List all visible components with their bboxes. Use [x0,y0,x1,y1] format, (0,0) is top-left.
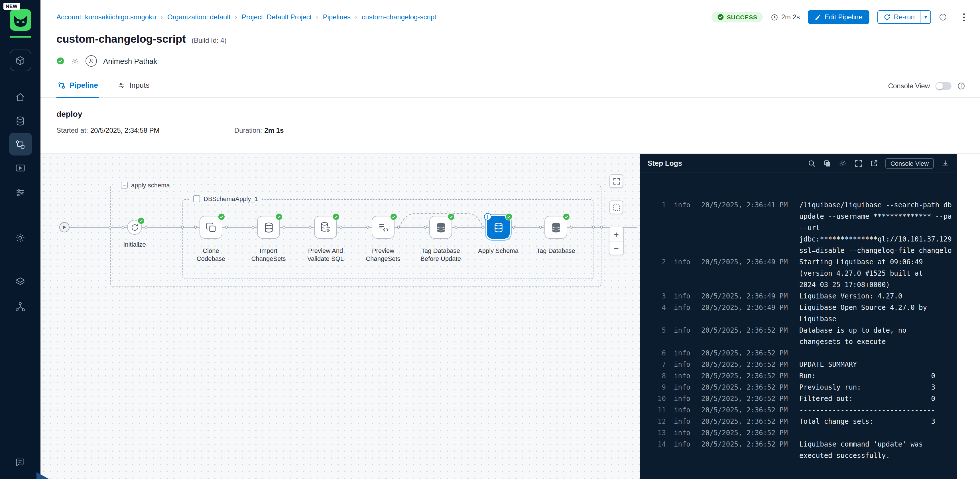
log-line-number: 9 [651,382,666,393]
start-node[interactable] [59,222,70,232]
breadcrumb-link-custom-changelog-script[interactable]: custom-changelog-script [362,13,436,21]
log-level: info [674,347,693,359]
success-check-icon [717,14,724,21]
pipeline-step-import-changesets[interactable]: Import ChangeSets [246,216,291,263]
breadcrumb-link-pipelines[interactable]: Pipelines [323,13,351,21]
gear-icon[interactable] [71,57,79,65]
log-entry: 9info20/5/2025, 2:36:52 PMPreviously run… [651,382,951,393]
clock-icon [771,13,778,21]
app-logo[interactable] [10,9,31,31]
log-external-link-icon[interactable] [870,159,878,167]
log-timestamp: 20/5/2025, 2:36:52 PM [701,439,791,450]
database-validate-icon [314,216,337,239]
connector-dot [181,226,184,229]
console-view-info-icon[interactable] [957,82,965,90]
log-level: info [674,370,693,382]
log-settings-icon[interactable] [838,159,847,167]
build-id: (Build Id: 4) [192,36,227,44]
log-level: info [674,427,693,439]
log-line-number: 1 [651,199,666,211]
breadcrumb-link-organization-default[interactable]: Organization: default [167,13,231,21]
pipeline-step-apply-schema[interactable]: iApply Schema [476,216,521,255]
clone-icon [199,216,222,239]
log-search-icon[interactable] [808,159,816,167]
success-badge [505,213,512,220]
tab-inputs[interactable]: Inputs [116,74,151,98]
pipeline-step-preview-and-validate-sql[interactable]: Preview And Validate SQL [303,216,348,263]
pipeline-step-initialize[interactable]: Initialize [116,220,153,248]
collapse-icon[interactable]: – [121,182,128,189]
rerun-button[interactable]: Re-run ▾ [877,10,931,24]
pipeline-step-clone-codebase[interactable]: Clone Codebase [188,216,234,263]
log-timestamp: 20/5/2025, 2:36:52 PM [701,427,791,439]
canvas-select-icon[interactable] [609,200,623,214]
log-message: Liquibase command 'update' wasexecuted s… [799,439,951,462]
changeset-list-icon [372,216,395,239]
connector-dot [252,226,255,229]
refresh-icon [884,14,891,21]
breadcrumb-link-account-kurosakiichigo-songoku[interactable]: Account: kurosakiichigo.songoku [56,13,156,21]
connectors-icon[interactable] [9,295,32,318]
play-icon [62,225,67,230]
collapse-icon[interactable]: – [193,195,200,202]
log-level: info [674,302,693,313]
pipelines-icon[interactable] [9,133,32,155]
zoom-in-button[interactable]: + [609,227,623,241]
success-badge [137,217,145,224]
sliders-icon[interactable] [9,181,32,204]
log-level: info [674,199,693,211]
console-view-toggle[interactable] [935,82,951,90]
layers-icon[interactable] [9,270,32,293]
step-label: Tag Database [536,247,575,255]
connector-dot [309,226,312,229]
zoom-out-button[interactable]: − [609,241,623,255]
breadcrumb-link-project-default-project[interactable]: Project: Default Project [242,13,312,21]
log-level: info [674,256,693,268]
help-chat-icon[interactable] [9,450,32,473]
log-entry: 7info20/5/2025, 2:36:52 PMUPDATE SUMMARY [651,359,951,370]
success-badge [275,213,283,220]
log-line-number: 3 [651,290,666,302]
log-message: Previously run: 3 [799,382,951,393]
settings-gear-icon[interactable] [9,226,32,249]
pipeline-step-preview-changesets[interactable]: Preview ChangeSets [360,216,406,263]
module-cube-icon[interactable] [10,49,31,71]
log-message [799,347,951,359]
log-fullscreen-icon[interactable] [854,159,862,167]
step-label: Initialize [123,240,146,248]
log-entry: 4info20/5/2025, 2:36:49 PMLiquibase Open… [651,302,951,325]
log-message: Liquibase Version: 4.27.0 [799,290,951,302]
tab-pipeline[interactable]: Pipeline [56,74,99,98]
pipeline-step-tag-database-before-update[interactable]: Tag Database Before Update [418,216,463,263]
pipeline-step-tag-database[interactable]: Tag Database [533,216,579,255]
home-icon[interactable] [9,86,32,108]
toggle-knob [936,82,943,89]
log-timestamp: 20/5/2025, 2:36:52 PM [701,370,791,382]
log-copy-icon[interactable] [823,159,831,167]
rerun-dropdown-caret[interactable]: ▾ [920,11,931,23]
log-level: info [674,359,693,370]
success-badge [390,213,397,220]
pipeline-graph-canvas[interactable]: – apply schema – DBSchemaApply_1 In [40,154,640,479]
log-timestamp: 20/5/2025, 2:36:49 PM [701,256,791,268]
elapsed-time: 2m 2s [771,13,800,21]
stage-name: deploy [56,109,964,120]
info-badge: i [484,213,492,220]
edit-pipeline-button[interactable]: Edit Pipeline [808,10,869,24]
log-download-icon[interactable] [941,159,949,167]
executions-icon[interactable] [9,157,32,179]
log-entries[interactable]: 1info20/5/2025, 2:36:41 PM/liquibase/liq… [640,173,957,462]
canvas-fullscreen-icon[interactable] [609,174,623,188]
log-message: Filtered out: 0 [799,393,951,404]
repositories-icon[interactable] [9,109,32,132]
stage-container-label: apply schema [131,182,170,189]
connector-dot [108,226,111,229]
log-console-view-button[interactable]: Console View [885,158,934,168]
breadcrumb: Account: kurosakiichigo.songoku›Organiza… [56,13,436,21]
log-line-number: 11 [651,404,666,416]
more-options-icon[interactable] [963,13,965,21]
info-icon[interactable] [939,13,947,21]
log-line-number: 4 [651,302,666,313]
database-tag-icon [544,216,567,239]
pipeline-tab-icon [57,81,65,89]
